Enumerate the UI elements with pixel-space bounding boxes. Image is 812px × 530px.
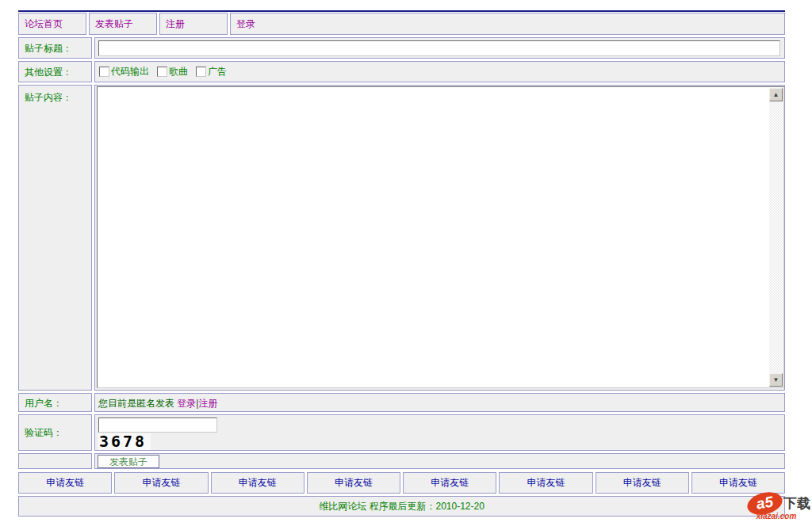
captcha-input[interactable] (98, 418, 217, 433)
username-row: 用户名： 您目前是匿名发表 登录|注册 (18, 393, 785, 412)
nav-forum-home[interactable]: 论坛首页 (18, 13, 86, 35)
checkbox-ad[interactable] (196, 67, 206, 77)
submit-row: 发表贴子 (18, 453, 785, 469)
a5-logo-label: 下载 (783, 494, 810, 513)
anonymous-status-text: 您目前是匿名发表 (98, 398, 174, 409)
nav-register[interactable]: 注册 (159, 13, 228, 35)
scroll-down-icon[interactable]: ▼ (769, 373, 783, 387)
checkbox-ad-label: 广告 (208, 65, 227, 78)
friend-link-7[interactable]: 申请友链 (596, 472, 689, 494)
submit-post-button[interactable]: 发表贴子 (98, 455, 159, 468)
post-content-row: 贴子内容： ▲ ▼ (18, 85, 785, 391)
checkbox-code-output[interactable] (99, 67, 109, 77)
textarea-scrollbar[interactable]: ▲ ▼ (769, 88, 783, 387)
post-title-cell (94, 37, 785, 59)
register-link[interactable]: 注册 (198, 398, 217, 409)
post-title-label: 贴子标题： (18, 37, 92, 59)
nav-bar: 论坛首页 发表贴子 注册 登录 (18, 13, 785, 35)
top-divider (18, 10, 785, 12)
login-link[interactable]: 登录 (177, 398, 196, 409)
post-content-cell: ▲ ▼ (94, 85, 785, 391)
footer-row: 维比网论坛 程序最后更新：2010-12-20 (18, 496, 785, 517)
settings-row: 其他设置： 代码输出 歌曲 广告 (18, 61, 785, 82)
friend-link-4[interactable]: 申请友链 (307, 472, 400, 494)
settings-label: 其他设置： (18, 61, 92, 82)
a5-logo-row: a5 下载 (734, 493, 810, 514)
friend-link-1[interactable]: 申请友链 (18, 472, 112, 494)
post-content-label: 贴子内容： (18, 85, 92, 391)
submit-row-spacer (18, 453, 92, 469)
checkbox-song[interactable] (157, 67, 167, 77)
nav-new-post[interactable]: 发表贴子 (89, 13, 157, 35)
nav-login[interactable]: 登录 (230, 13, 785, 35)
a5-logo-domain: xiazai.com (734, 512, 810, 520)
friend-links-row: 申请友链 申请友链 申请友链 申请友链 申请友链 申请友链 申请友链 申请友链 (18, 472, 785, 494)
footer-text: 维比网论坛 程序最后更新：2010-12-20 (18, 496, 785, 517)
captcha-cell: 3678 (94, 414, 785, 451)
submit-cell: 发表贴子 (94, 453, 785, 469)
username-label: 用户名： (18, 393, 92, 412)
friend-link-6[interactable]: 申请友链 (499, 472, 592, 494)
forum-post-page: 论坛首页 发表贴子 注册 登录 贴子标题： 其他设置： 代码输出 歌曲 广告 贴… (18, 10, 785, 517)
captcha-label: 验证码： (18, 414, 92, 451)
friend-link-8[interactable]: 申请友链 (691, 472, 785, 494)
captcha-image: 3678 (98, 433, 151, 450)
captcha-row: 验证码： 3678 (18, 414, 785, 451)
post-title-input[interactable] (98, 40, 780, 56)
post-content-textarea[interactable]: ▲ ▼ (97, 86, 784, 388)
a5-xiazai-watermark: a5 下载 xiazai.com (734, 493, 810, 529)
friend-link-2[interactable]: 申请友链 (114, 472, 208, 494)
checkbox-song-label: 歌曲 (169, 65, 188, 78)
friend-link-3[interactable]: 申请友链 (211, 472, 304, 494)
username-cell: 您目前是匿名发表 登录|注册 (94, 393, 785, 412)
post-title-row: 贴子标题： (18, 37, 785, 59)
friend-link-5[interactable]: 申请友链 (403, 472, 496, 494)
checkbox-code-output-label: 代码输出 (111, 65, 149, 78)
scroll-up-icon[interactable]: ▲ (769, 88, 783, 101)
settings-cell: 代码输出 歌曲 广告 (94, 61, 785, 82)
